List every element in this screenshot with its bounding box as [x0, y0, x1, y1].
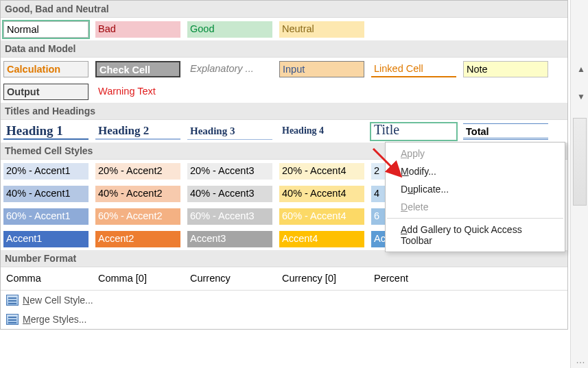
style-warning-text[interactable]: Warning Text [95, 84, 180, 100]
section-data-model: Data and Model [1, 40, 567, 58]
more-icon: … [576, 354, 585, 365]
style-heading1[interactable]: Heading 1 [3, 123, 89, 140]
ctx-modify[interactable]: Modify... [386, 162, 565, 180]
style-comma0[interactable]: Comma [0] [95, 271, 180, 287]
styles-icon [6, 295, 19, 306]
scroll-thumb[interactable] [573, 118, 587, 206]
section-number-format: Number Format [1, 250, 567, 267]
style-input[interactable]: Input [279, 61, 364, 77]
style-currency[interactable]: Currency [187, 271, 272, 287]
style-accent2[interactable]: Accent2 [95, 231, 180, 247]
style-60-accent2[interactable]: 60% - Accent2 [95, 208, 180, 225]
context-menu: Apply Modify... Duplicate... Delete Add … [385, 142, 565, 252]
style-calculation[interactable]: Calculation [3, 61, 89, 77]
style-60-accent4[interactable]: 60% - Accent4 [279, 208, 364, 225]
style-40-accent1[interactable]: 40% - Accent1 [3, 186, 89, 202]
style-title[interactable]: Title [371, 123, 456, 140]
ctx-delete: Delete [386, 198, 565, 216]
ctx-apply: Apply [386, 145, 565, 162]
styles-icon [6, 314, 19, 325]
new-cell-style-label: ew Cell Style... [30, 295, 93, 306]
style-40-accent3[interactable]: 40% - Accent3 [187, 186, 272, 202]
merge-styles-label: erge Styles... [31, 314, 87, 325]
style-note[interactable]: Note [463, 61, 548, 77]
style-accent4[interactable]: Accent4 [279, 231, 364, 247]
style-40-accent5[interactable]: 4 [371, 186, 385, 202]
style-60-accent1[interactable]: 60% - Accent1 [3, 208, 89, 225]
style-accent3[interactable]: Accent3 [187, 231, 272, 247]
style-bad[interactable]: Bad [95, 21, 180, 38]
style-heading2[interactable]: Heading 2 [95, 123, 180, 140]
style-20-accent4[interactable]: 20% - Accent4 [279, 163, 364, 180]
section-good-bad-neutral: Good, Bad and Neutral [1, 1, 567, 18]
style-currency0[interactable]: Currency [0] [279, 271, 364, 287]
style-40-accent4[interactable]: 40% - Accent4 [279, 186, 364, 202]
style-check-cell[interactable]: Check Cell [95, 61, 180, 77]
style-20-accent5[interactable]: 2 [371, 163, 385, 180]
style-linked-cell[interactable]: Linked Cell [371, 61, 456, 77]
style-normal[interactable]: Normal [3, 21, 89, 38]
style-neutral[interactable]: Neutral [279, 21, 364, 38]
style-20-accent1[interactable]: 20% - Accent1 [3, 163, 89, 180]
ctx-separator [387, 218, 563, 219]
new-cell-style[interactable]: New Cell Style... [1, 291, 567, 310]
style-accent1[interactable]: Accent1 [3, 231, 89, 247]
style-explanatory[interactable]: Explanatory ... [187, 61, 272, 77]
style-60-accent5[interactable]: 6 [371, 208, 385, 225]
style-total[interactable]: Total [463, 123, 548, 140]
style-40-accent2[interactable]: 40% - Accent2 [95, 186, 180, 202]
merge-styles[interactable]: Merge Styles... [1, 310, 567, 329]
style-heading4[interactable]: Heading 4 [279, 123, 364, 140]
style-heading3[interactable]: Heading 3 [187, 123, 272, 140]
scroll-up-icon[interactable]: ▲ [577, 64, 585, 74]
style-comma[interactable]: Comma [3, 271, 89, 287]
style-percent[interactable]: Percent [371, 271, 456, 287]
ctx-duplicate[interactable]: Duplicate... [386, 180, 565, 198]
style-20-accent3[interactable]: 20% - Accent3 [187, 163, 272, 180]
ctx-add-to-qat[interactable]: Add Gallery to Quick Access Toolbar [386, 221, 565, 249]
section-titles-headings: Titles and Headings [1, 103, 567, 120]
style-good[interactable]: Good [187, 21, 272, 38]
style-60-accent3[interactable]: 60% - Accent3 [187, 208, 272, 225]
style-output[interactable]: Output [3, 84, 89, 100]
scroll-down-icon[interactable]: ▼ [577, 92, 585, 101]
scrollbar-rail[interactable]: ▲ ▼ … [570, 0, 588, 368]
style-20-accent2[interactable]: 20% - Accent2 [95, 163, 180, 180]
